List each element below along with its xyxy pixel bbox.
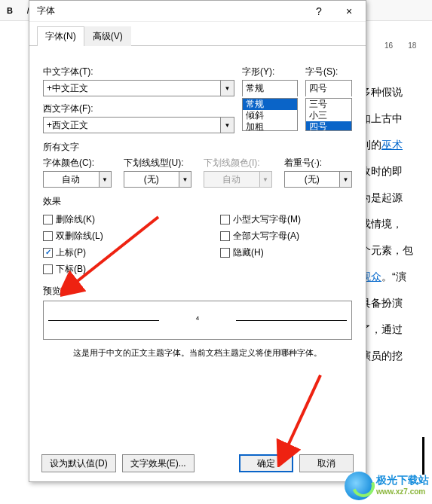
- preview-label: 预览: [43, 285, 352, 298]
- ruler: 1618: [385, 41, 416, 50]
- help-button[interactable]: ?: [304, 2, 334, 21]
- dialog-tabs: 字体(N) 高级(V): [29, 22, 366, 46]
- underline-color-label: 下划线颜色(I):: [204, 157, 272, 170]
- strike-checkbox[interactable]: 删除线(K): [43, 211, 175, 228]
- cancel-button[interactable]: 取消: [299, 454, 354, 472]
- tab-font[interactable]: 字体(N): [37, 26, 84, 46]
- dialog-titlebar: 字体 ? ×: [29, 1, 366, 22]
- font-style-input[interactable]: 常规: [242, 80, 298, 96]
- list-item[interactable]: 常规: [243, 99, 297, 110]
- watermark-icon: [345, 472, 373, 500]
- bold-btn[interactable]: B: [2, 3, 18, 18]
- list-item[interactable]: 倾斜: [243, 110, 297, 121]
- underline-style-combo[interactable]: (无) ▼: [124, 171, 192, 188]
- emphasis-label: 着重号(·):: [284, 157, 353, 170]
- hidden-checkbox[interactable]: 隐藏(H): [220, 244, 352, 261]
- font-style-label: 字形(Y):: [242, 66, 298, 78]
- smallcaps-checkbox[interactable]: 小型大写字母(M): [220, 211, 352, 228]
- ok-button[interactable]: 确定: [239, 454, 293, 472]
- list-item[interactable]: 加粗: [243, 121, 297, 131]
- chevron-down-icon: ▼: [179, 172, 191, 187]
- list-item[interactable]: 三号: [306, 99, 351, 110]
- dialog-button-row: 设为默认值(D) 文字效果(E)... 确定 取消: [29, 448, 366, 481]
- font-size-input[interactable]: 四号: [305, 80, 352, 96]
- western-font-label: 西文字体(F):: [43, 102, 234, 115]
- font-color-combo[interactable]: 自动 ▼: [43, 171, 112, 188]
- font-color-label: 字体颜色(C):: [43, 157, 112, 170]
- cursor-line: [422, 437, 424, 475]
- preview-description: 这是用于中文的正文主题字体。当前文档主题定义将使用哪种字体。: [43, 347, 352, 359]
- font-size-list[interactable]: 三号 小三 四号: [305, 98, 352, 131]
- text-effects-button[interactable]: 文字效果(E)...: [122, 454, 195, 472]
- tab-advanced[interactable]: 高级(V): [84, 26, 131, 46]
- chevron-down-icon: ▼: [339, 172, 351, 187]
- underline-style-label: 下划线线型(U):: [124, 157, 192, 170]
- preview-text: 4: [196, 315, 199, 326]
- watermark-domain: www.xz7.com: [376, 486, 429, 498]
- superscript-checkbox[interactable]: 上标(P): [43, 244, 175, 261]
- double-strike-checkbox[interactable]: 双删除线(L): [43, 228, 175, 244]
- chinese-font-combo[interactable]: +中文正文 ▼: [43, 80, 234, 96]
- font-style-list[interactable]: 常规 倾斜 加粗: [242, 98, 298, 131]
- document-body: 多种假说 如上古中 利的巫术 收时的即 为是起源 或情境， 个元素，包 观众。“…: [360, 79, 432, 369]
- chinese-font-label: 中文字体(T):: [43, 66, 234, 78]
- watermark: 极光下载站 www.xz7.com: [345, 471, 429, 501]
- list-item[interactable]: 四号: [306, 121, 351, 131]
- effects-label: 效果: [43, 195, 352, 208]
- dialog-title: 字体: [37, 5, 304, 17]
- close-button[interactable]: ×: [334, 2, 364, 21]
- subscript-checkbox[interactable]: 下标(B): [43, 261, 175, 277]
- underline-color-combo: 自动 ▼: [204, 171, 272, 188]
- emphasis-combo[interactable]: (无) ▼: [284, 171, 353, 188]
- chevron-down-icon: ▼: [99, 172, 111, 187]
- font-size-label: 字号(S):: [305, 66, 352, 78]
- set-default-button[interactable]: 设为默认值(D): [41, 454, 116, 472]
- list-item[interactable]: 小三: [306, 110, 351, 121]
- western-font-combo[interactable]: +西文正文 ▼: [43, 117, 234, 133]
- chevron-down-icon: ▼: [259, 172, 271, 187]
- allcaps-checkbox[interactable]: 全部大写字母(A): [220, 228, 352, 244]
- preview-box: 4: [43, 301, 352, 340]
- font-dialog: 字体 ? × 字体(N) 高级(V) 中文字体(T): +中文正文 ▼ 西文字体…: [29, 0, 366, 482]
- chevron-down-icon: ▼: [220, 81, 234, 96]
- all-text-label: 所有文字: [43, 141, 352, 154]
- watermark-name: 极光下载站: [376, 474, 429, 486]
- chevron-down-icon: ▼: [220, 118, 234, 133]
